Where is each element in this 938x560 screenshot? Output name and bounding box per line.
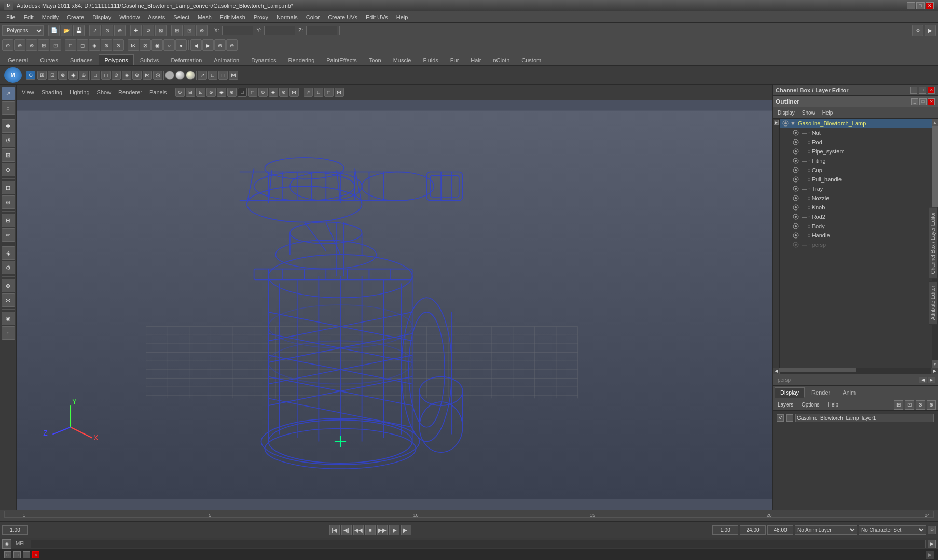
vp-btn-16[interactable]: ⋈ xyxy=(335,88,344,97)
cl-menu-help[interactable]: Help xyxy=(824,401,842,408)
tab-hair[interactable]: Hair xyxy=(465,54,487,65)
render-mode-1[interactable] xyxy=(165,71,174,80)
tool-btn-7[interactable]: ◻ xyxy=(77,39,88,51)
outliner-item-root[interactable]: ▼ Gasoline_Blowtorch_Lamp xyxy=(780,119,932,128)
tool-btn-13[interactable]: ◉ xyxy=(151,39,163,51)
vp-btn-12[interactable]: ⋈ xyxy=(289,88,299,97)
outliner-menu-help[interactable]: Help xyxy=(819,109,836,116)
tab-custom[interactable]: Custom xyxy=(516,54,547,65)
status-icon-3[interactable]: ⊗ xyxy=(58,71,67,80)
play-forward-button[interactable]: ▶▶ xyxy=(377,525,388,535)
vp-btn-8[interactable]: ◻ xyxy=(248,88,257,97)
vp-btn-15[interactable]: ◻ xyxy=(324,88,334,97)
tab-general[interactable]: General xyxy=(2,54,34,65)
bottom-icon-1[interactable]: ◉ xyxy=(2,539,11,549)
snap-curve-button[interactable]: ⊡ xyxy=(184,25,195,36)
current-frame-input[interactable] xyxy=(2,525,28,535)
status-icon-bottom-close[interactable]: ✕ xyxy=(32,551,39,558)
outliner-hscroll-thumb[interactable] xyxy=(780,368,856,372)
tool-btn-8[interactable]: ◈ xyxy=(89,39,100,51)
polygon-mode-dropdown[interactable]: Polygons xyxy=(2,25,44,36)
outliner-maximize-btn[interactable]: □ xyxy=(919,98,927,105)
tool-btn-15[interactable]: ● xyxy=(175,39,187,51)
tab-toon[interactable]: Toon xyxy=(363,54,387,65)
select-tool[interactable]: ↗ xyxy=(2,87,15,100)
vp-btn-14[interactable]: □ xyxy=(314,88,323,97)
timeline-settings-btn[interactable]: ⚙ xyxy=(928,526,936,534)
vp-btn-5[interactable]: ◉ xyxy=(217,88,226,97)
snap-grid-button[interactable]: ⊞ xyxy=(171,25,183,36)
tool-btn-17[interactable]: ▶ xyxy=(202,39,214,51)
outliner-item-persp[interactable]: —○ persp xyxy=(780,240,932,249)
status-icon-7[interactable]: ◻ xyxy=(101,71,111,80)
sculpt-button[interactable]: ⊗ xyxy=(2,195,15,209)
menu-create-uvs[interactable]: Create UVs xyxy=(324,13,362,21)
outliner-toggle-all[interactable]: ▶ xyxy=(774,120,779,125)
tool-btn-18[interactable]: ⊕ xyxy=(214,39,226,51)
outliner-close-btn[interactable]: ✕ xyxy=(928,98,935,105)
status-icon-9[interactable]: ◈ xyxy=(122,71,131,80)
move-tool-button[interactable]: ✚ xyxy=(130,25,142,36)
vp-menu-lighting[interactable]: Lighting xyxy=(66,88,93,96)
maximize-button[interactable]: □ xyxy=(916,2,925,9)
status-icon-bottom-3[interactable]: _ xyxy=(23,551,30,558)
tab-polygons[interactable]: Polygons xyxy=(99,54,133,65)
outliner-minimize-btn[interactable]: _ xyxy=(911,98,918,105)
paint-effects-button[interactable]: ✏ xyxy=(2,228,15,242)
outliner-item-rod[interactable]: —○ Rod xyxy=(780,137,932,147)
tab-rendering[interactable]: Rendering xyxy=(283,54,321,65)
vp-btn-3[interactable]: ⊡ xyxy=(196,88,205,97)
cl-menu-options[interactable]: Options xyxy=(798,401,822,408)
outliner-item-body[interactable]: —○ Body xyxy=(780,221,932,231)
status-icon-2[interactable]: ⊡ xyxy=(48,71,57,80)
status-icon-6[interactable]: □ xyxy=(91,71,100,80)
max-frame-input[interactable] xyxy=(767,525,793,535)
y-coord-input[interactable] xyxy=(264,26,295,35)
tool-btn-9[interactable]: ⊛ xyxy=(101,39,112,51)
stop-button[interactable]: ■ xyxy=(365,525,376,535)
scale-tool[interactable]: ⊠ xyxy=(2,148,15,162)
menu-edit-uvs[interactable]: Edit UVs xyxy=(362,13,392,21)
channel-tab-render[interactable]: Render xyxy=(806,387,836,398)
menu-help[interactable]: Help xyxy=(392,13,412,21)
outliner-hscroll-left[interactable]: ◀ xyxy=(773,368,780,374)
channel-tab-anim[interactable]: Anim xyxy=(837,387,861,398)
viewport-canvas[interactable]: X Y Z xyxy=(17,100,772,510)
vp-btn-7[interactable]: □ xyxy=(238,88,247,97)
save-file-button[interactable]: 💾 xyxy=(73,25,85,36)
status-icon-11[interactable]: ⋈ xyxy=(143,71,152,80)
outliner-menu-display[interactable]: Display xyxy=(775,109,798,116)
vp-btn-4[interactable]: ⊗ xyxy=(206,88,216,97)
status-icon-8[interactable]: ⊘ xyxy=(112,71,121,80)
select-tool-button[interactable]: ↗ xyxy=(89,25,101,36)
outliner-item-pullhandle[interactable]: —○ Pull_handle xyxy=(780,175,932,184)
vp-menu-renderer[interactable]: Renderer xyxy=(115,88,145,96)
vp-menu-shading[interactable]: Shading xyxy=(38,88,65,96)
vp-btn-10[interactable]: ◈ xyxy=(269,88,278,97)
render-mode-2[interactable] xyxy=(175,71,185,80)
tool-options-button[interactable]: ○ xyxy=(2,326,15,340)
outliner-item-toggle-root[interactable]: ▼ xyxy=(790,120,796,127)
tab-fluids[interactable]: Fluids xyxy=(417,54,444,65)
tab-surfaces[interactable]: Surfaces xyxy=(64,54,98,65)
tool-btn-19[interactable]: ⊖ xyxy=(226,39,238,51)
outliner-item-nut[interactable]: —○ Nut xyxy=(780,128,932,137)
tab-dynamics[interactable]: Dynamics xyxy=(245,54,282,65)
status-btn-1[interactable]: ⊙ xyxy=(26,71,35,80)
tab-subdvs[interactable]: Subdvs xyxy=(134,54,165,65)
vp-menu-panels[interactable]: Panels xyxy=(146,88,170,96)
menu-color[interactable]: Color xyxy=(302,13,324,21)
paint-select-button[interactable]: ⊕ xyxy=(114,25,126,36)
cl-icon-1[interactable]: ⊞ xyxy=(894,400,903,410)
move-tool[interactable]: ✚ xyxy=(2,119,15,133)
tool-btn-4[interactable]: ⊞ xyxy=(38,39,49,51)
display-layer-button[interactable]: ⊛ xyxy=(2,279,15,292)
status-icon-5[interactable]: ⊕ xyxy=(79,71,88,80)
outliner-item-handle[interactable]: —○ Handle xyxy=(780,231,932,240)
cb-restore-btn[interactable]: □ xyxy=(919,87,926,94)
tool-btn-3[interactable]: ⊗ xyxy=(26,39,37,51)
mel-run-btn[interactable]: ▶ xyxy=(928,540,936,548)
tool-btn-1[interactable]: ⊙ xyxy=(2,39,13,51)
render-button[interactable]: ▶ xyxy=(925,25,936,36)
menu-window[interactable]: Window xyxy=(115,13,144,21)
